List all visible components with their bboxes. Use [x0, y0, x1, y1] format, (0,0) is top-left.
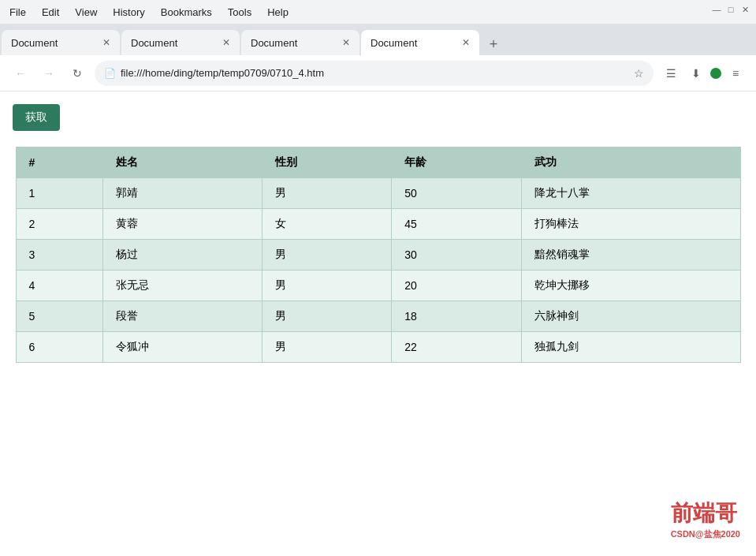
- menu-view[interactable]: View: [72, 5, 100, 20]
- cell-id: 1: [16, 178, 102, 209]
- page-content: 获取 # 姓名 性别 年龄 武功 1郭靖男50降龙十八掌2黄蓉女45打狗棒法3杨…: [0, 91, 756, 375]
- status-dot: [710, 68, 721, 79]
- cell-age: 22: [392, 332, 521, 363]
- tab-2[interactable]: Document ✕: [121, 30, 240, 55]
- cell-name: 张无忌: [102, 271, 262, 301]
- url-bar[interactable]: 📄 file:///home/ding/temp/temp0709/0710_4…: [95, 61, 654, 86]
- menu-bookmarks[interactable]: Bookmarks: [158, 5, 215, 20]
- tab-2-label: Document: [131, 37, 177, 49]
- watermark-sub: CSDN@盐焦2020: [671, 528, 740, 540]
- tab-3-label: Document: [251, 37, 297, 49]
- cell-skill: 乾坤大挪移: [521, 271, 740, 301]
- menu-edit[interactable]: Edit: [39, 5, 62, 20]
- address-bar: ← → ↻ 📄 file:///home/ding/temp/temp0709/…: [0, 55, 756, 91]
- cell-age: 30: [392, 240, 521, 271]
- tab-1[interactable]: Document ✕: [2, 30, 120, 55]
- forward-button[interactable]: →: [38, 62, 60, 84]
- cell-name: 段誉: [102, 301, 262, 332]
- table-row: 4张无忌男20乾坤大挪移: [16, 271, 740, 301]
- tab-3[interactable]: Document ✕: [241, 30, 359, 55]
- col-header-age: 年龄: [392, 147, 521, 178]
- col-header-id: #: [16, 147, 102, 178]
- maximize-button[interactable]: □: [724, 3, 737, 16]
- get-button[interactable]: 获取: [13, 104, 60, 131]
- cell-skill: 黯然销魂掌: [521, 240, 740, 271]
- url-text: file:///home/ding/temp/temp0709/0710_4.h…: [121, 67, 623, 79]
- col-header-skill: 武功: [521, 147, 740, 178]
- cell-skill: 六脉神剑: [521, 301, 740, 332]
- cell-gender: 男: [262, 240, 391, 271]
- cell-skill: 打狗棒法: [521, 209, 740, 240]
- watermark-main: 前端哥: [671, 498, 740, 528]
- tab-3-close[interactable]: ✕: [342, 37, 350, 48]
- cell-age: 20: [392, 271, 521, 301]
- pocket-icon[interactable]: ☰: [660, 62, 682, 84]
- table-row: 6令狐冲男22独孤九剑: [16, 332, 740, 363]
- cell-id: 5: [16, 301, 102, 332]
- menu-bar: File Edit View History Bookmarks Tools H…: [0, 0, 298, 24]
- tab-2-close[interactable]: ✕: [222, 37, 230, 48]
- menu-history[interactable]: History: [110, 5, 147, 20]
- menu-file[interactable]: File: [6, 5, 29, 20]
- cell-gender: 男: [262, 332, 391, 363]
- table-header-row: # 姓名 性别 年龄 武功: [16, 147, 740, 178]
- tabs-bar: Document ✕ Document ✕ Document ✕ Documen…: [0, 24, 756, 55]
- cell-skill: 降龙十八掌: [521, 178, 740, 209]
- cell-id: 3: [16, 240, 102, 271]
- cell-age: 18: [392, 301, 521, 332]
- toolbar-icons: ☰ ⬇ ≡: [660, 62, 747, 84]
- bookmark-star-icon[interactable]: ☆: [634, 67, 644, 80]
- cell-name: 令狐冲: [102, 332, 262, 363]
- cell-name: 黄蓉: [102, 209, 262, 240]
- table-row: 3杨过男30黯然销魂掌: [16, 240, 740, 271]
- reload-button[interactable]: ↻: [66, 62, 88, 84]
- watermark: 前端哥 CSDN@盐焦2020: [671, 498, 740, 540]
- cell-id: 4: [16, 271, 102, 301]
- table-row: 5段誉男18六脉神剑: [16, 301, 740, 332]
- close-button[interactable]: ✕: [739, 3, 751, 16]
- tab-1-label: Document: [11, 37, 58, 49]
- cell-name: 郭靖: [102, 178, 262, 209]
- cell-gender: 男: [262, 271, 391, 301]
- table-row: 1郭靖男50降龙十八掌: [16, 178, 740, 209]
- tab-4-close[interactable]: ✕: [462, 37, 470, 48]
- cell-age: 45: [392, 209, 521, 240]
- minimize-button[interactable]: —: [710, 3, 723, 16]
- tab-4-label: Document: [371, 37, 417, 49]
- page-icon: 📄: [104, 68, 116, 79]
- cell-id: 2: [16, 209, 102, 240]
- tab-1-close[interactable]: ✕: [102, 37, 110, 48]
- cell-gender: 男: [262, 301, 391, 332]
- table-row: 2黄蓉女45打狗棒法: [16, 209, 740, 240]
- cell-name: 杨过: [102, 240, 262, 271]
- menu-help[interactable]: Help: [264, 5, 292, 20]
- cell-age: 50: [392, 178, 521, 209]
- data-table: # 姓名 性别 年龄 武功 1郭靖男50降龙十八掌2黄蓉女45打狗棒法3杨过男3…: [16, 147, 741, 363]
- tab-4[interactable]: Document ✕: [361, 30, 479, 55]
- cell-skill: 独孤九剑: [521, 332, 740, 363]
- col-header-gender: 性别: [262, 147, 391, 178]
- new-tab-button[interactable]: +: [482, 33, 505, 55]
- cell-id: 6: [16, 332, 102, 363]
- download-icon[interactable]: ⬇: [685, 62, 707, 84]
- cell-gender: 男: [262, 178, 391, 209]
- menu-tools[interactable]: Tools: [225, 5, 255, 20]
- menu-icon[interactable]: ≡: [724, 62, 747, 84]
- cell-gender: 女: [262, 209, 391, 240]
- back-button[interactable]: ←: [9, 62, 32, 84]
- col-header-name: 姓名: [102, 147, 262, 178]
